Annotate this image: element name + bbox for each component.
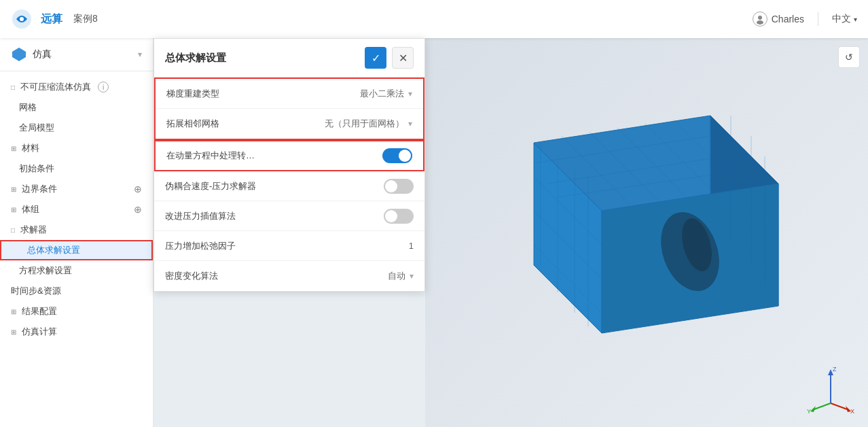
sidebar-item-label: 求解器 [20,224,47,236]
pressure-relax-value: 1 [409,241,414,251]
header: 远算 案例8 Charles 中文 ▾ [0,0,868,38]
form-row-dynamic-process[interactable]: 在动量方程中处理转… [154,140,424,171]
logo-area: 远算 案例8 [11,8,98,30]
expand-icon: ⊞ [11,308,16,315]
3d-viewport: ↺ Z X Y [425,38,868,427]
main-layout: 仿真 ▾ □ 不可压缩流体仿真 i 网格 全局模型 ⊞ 材料 [0,38,868,427]
language-label: 中文 [832,13,851,25]
sidebar-item-timestep[interactable]: 时间步&资源 [0,281,153,301]
3d-box [452,102,806,363]
info-icon[interactable]: i [98,82,109,92]
sidebar-item-label: 初始条件 [19,163,54,175]
sidebar-item-label: 总体求解设置 [27,244,80,256]
sidebar-item-label: 时间步&资源 [11,285,61,297]
svg-point-3 [757,20,763,24]
sidebar-header-left: 仿真 [11,46,52,63]
3d-box-svg [452,102,806,360]
user-name: Charles [772,14,804,24]
density-algo-chevron: ▾ [410,271,414,281]
sidebar-item-material[interactable]: ⊞ 材料 [0,138,153,158]
dynamic-process-toggle[interactable] [382,148,412,163]
expand-icon: ⊞ [11,206,16,214]
sidebar-item-label: 全局模型 [19,122,54,134]
pseudo-couple-toggle[interactable] [384,179,414,194]
form-row-expand-neighbor[interactable]: 拓展相邻网格 无（只用于面网格） ▾ [156,109,423,139]
language-selector[interactable]: 中文 ▾ [832,13,857,25]
sidebar-item-result-config[interactable]: ⊞ 结果配置 [0,301,153,322]
density-algo-label: 密度变化算法 [165,270,218,282]
sidebar-item-label: 仿真计算 [22,326,57,338]
sidebar-item-solver[interactable]: □ 求解器 [0,220,153,240]
svg-text:Y: Y [807,408,811,413]
sidebar-item-label: 方程求解设置 [19,264,72,277]
viewport-toolbar: ↺ [838,46,860,68]
header-right: Charles 中文 ▾ [753,12,857,27]
user-area[interactable]: Charles [753,12,804,27]
axis-svg: Z X Y [807,366,854,413]
dialog-body: 梯度重建类型 最小二乘法 ▾ 拓展相邻网格 无（只用于面网格） ▾ [154,78,424,291]
sidebar-item-global-model[interactable]: 全局模型 [0,118,153,138]
sidebar-collapse-arrow[interactable]: ▾ [138,50,142,59]
form-row-pressure-interp[interactable]: 改进压力插值算法 [154,201,424,231]
svg-point-2 [758,16,762,20]
pseudo-couple-label: 伪耦合速度-压力求解器 [165,180,256,192]
sidebar-item-equation-solver[interactable]: 方程求解设置 [0,260,153,281]
sidebar-item-sim-compute[interactable]: ⊞ 仿真计算 [0,322,153,342]
refresh-icon: ↺ [845,52,853,63]
sidebar-item-body-group[interactable]: ⊞ 体组 ⊕ [0,199,153,220]
dialog-close-button[interactable]: ✕ [392,47,414,69]
sidebar-section-title: 仿真 [33,48,52,61]
toggle-knob [385,180,397,192]
expand-neighbor-label: 拓展相邻网格 [166,118,219,130]
toggle-knob [399,150,411,162]
sidebar-item-label: 网格 [19,101,37,114]
refresh-button[interactable]: ↺ [838,46,860,68]
dialog-actions: ✓ ✕ [365,47,414,69]
sidebar-item-mesh[interactable]: 网格 [0,97,153,118]
solver-settings-dialog: 总体求解设置 ✓ ✕ 梯度重建类型 最小二乘法 ▾ [153,38,425,292]
highlighted-rows-box: 梯度重建类型 最小二乘法 ▾ 拓展相邻网格 无（只用于面网格） ▾ [154,78,424,140]
case-label: 案例8 [73,13,98,25]
expand-neighbor-value[interactable]: 无（只用于面网格） ▾ [325,118,412,130]
sidebar-item-boundary[interactable]: ⊞ 边界条件 ⊕ [0,179,153,199]
form-row-pseudo-couple[interactable]: 伪耦合速度-压力求解器 [154,171,424,201]
expand-icon: ⊞ [11,145,16,152]
user-icon [753,12,767,27]
add-boundary-icon[interactable]: ⊕ [134,184,142,194]
dynamic-process-label: 在动量方程中处理转… [166,150,255,162]
sidebar-header: 仿真 ▾ [0,38,153,71]
pressure-interp-label: 改进压力插值算法 [165,210,236,222]
form-row-density-algo[interactable]: 密度变化算法 自动 ▾ [154,261,424,291]
sidebar-item-label: 体组 [22,203,39,216]
sim-icon [11,46,27,63]
form-row-pressure-relax[interactable]: 压力增加松弛因子 1 [154,231,424,261]
density-algo-value[interactable]: 自动 ▾ [388,270,414,282]
sidebar-item-label: 材料 [22,142,39,154]
sidebar-item-label: 结果配置 [22,305,57,318]
add-body-icon[interactable]: ⊕ [134,204,142,215]
density-algo-text: 自动 [388,270,405,282]
gradient-rebuild-text: 最小二乘法 [360,88,404,100]
sidebar-item-initial-condition[interactable]: 初始条件 [0,158,153,179]
expand-icon: □ [11,84,15,91]
svg-marker-4 [12,48,26,61]
gradient-rebuild-value[interactable]: 最小二乘法 ▾ [360,88,412,100]
dialog-confirm-button[interactable]: ✓ [365,47,386,69]
gradient-rebuild-chevron: ▾ [408,89,412,99]
pressure-relax-label: 压力增加松弛因子 [165,240,236,252]
form-row-gradient-rebuild[interactable]: 梯度重建类型 最小二乘法 ▾ [156,79,423,109]
pressure-interp-toggle[interactable] [384,209,414,224]
axis-indicator: Z X Y [807,366,854,413]
sidebar-item-label: 边界条件 [22,183,57,195]
svg-text:Z: Z [833,366,837,373]
app-title: 远算 [41,12,62,27]
language-chevron: ▾ [854,16,857,23]
sidebar-item-incompressible[interactable]: □ 不可压缩流体仿真 i [0,77,153,97]
content-area: 总体求解设置 ✓ ✕ 梯度重建类型 最小二乘法 ▾ [153,38,868,427]
sidebar: 仿真 ▾ □ 不可压缩流体仿真 i 网格 全局模型 ⊞ 材料 [0,38,153,427]
dialog-header: 总体求解设置 ✓ ✕ [154,39,424,78]
sidebar-item-label: 不可压缩流体仿真 [20,81,91,93]
expand-icon: □ [11,226,15,234]
expand-icon: ⊞ [11,328,16,336]
sidebar-item-overall-solver[interactable]: 总体求解设置 [0,240,153,260]
